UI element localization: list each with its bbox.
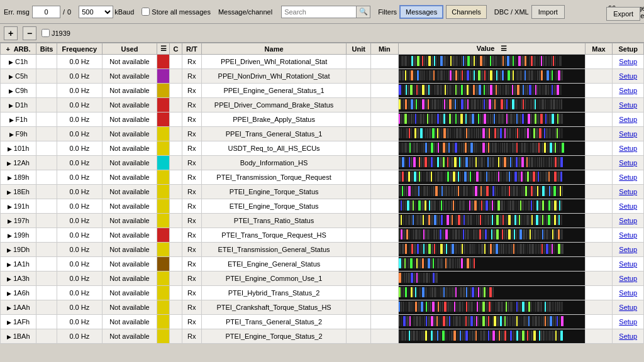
cell-setup[interactable]: Setup bbox=[613, 286, 644, 300]
cell-setup[interactable]: Setup bbox=[613, 156, 644, 170]
cell-setup[interactable]: Setup bbox=[613, 112, 644, 127]
cell-setup[interactable]: Setup bbox=[613, 315, 644, 329]
svg-rect-388 bbox=[502, 128, 504, 138]
cell-setup[interactable]: Setup bbox=[613, 243, 644, 257]
search-button[interactable]: 🔍 bbox=[357, 6, 370, 18]
setup-link[interactable]: Setup bbox=[619, 260, 637, 268]
col-header-value[interactable]: Value ☰ bbox=[398, 43, 585, 55]
expand-arrow[interactable]: ▶ bbox=[9, 102, 13, 109]
cell-setup[interactable]: Setup bbox=[613, 69, 644, 84]
setup-link[interactable]: Setup bbox=[619, 275, 637, 282]
expand-arrow[interactable]: ▶ bbox=[9, 131, 14, 138]
expand-arrow[interactable]: ▶ bbox=[9, 88, 13, 94]
setup-link[interactable]: Setup bbox=[619, 304, 637, 311]
expand-arrow[interactable]: ▶ bbox=[9, 117, 14, 123]
svg-rect-589 bbox=[488, 172, 490, 182]
setup-link[interactable]: Setup bbox=[619, 231, 637, 239]
svg-rect-545 bbox=[548, 157, 550, 167]
expand-arrow[interactable]: ▶ bbox=[7, 189, 11, 195]
cell-setup[interactable]: Setup bbox=[613, 257, 644, 272]
setup-link[interactable]: Setup bbox=[619, 72, 637, 80]
col-header-frequency[interactable]: Frequency bbox=[57, 43, 102, 55]
svg-rect-27 bbox=[463, 56, 464, 66]
setup-link[interactable]: Setup bbox=[619, 332, 637, 340]
cell-setup[interactable]: Setup bbox=[613, 170, 644, 185]
expand-arrow[interactable]: ▶ bbox=[7, 276, 11, 282]
svg-rect-1196 bbox=[454, 302, 455, 312]
kbaud-select[interactable]: 500 250 125 bbox=[79, 6, 113, 18]
cell-setup[interactable]: Setup bbox=[613, 141, 644, 156]
svg-rect-484 bbox=[402, 157, 404, 167]
j1939-label[interactable]: J1939 bbox=[42, 29, 70, 37]
setup-link[interactable]: Setup bbox=[619, 217, 637, 224]
setup-link[interactable]: Setup bbox=[619, 173, 637, 181]
expand-arrow[interactable]: ▶ bbox=[8, 204, 12, 210]
j1939-checkbox[interactable] bbox=[42, 29, 50, 37]
table-row: ▶ 199h 0.0 Hz Not available Rx PTEI_Tran… bbox=[1, 228, 644, 243]
expand-arrow[interactable]: ▶ bbox=[7, 305, 11, 311]
cell-setup[interactable]: Setup bbox=[613, 228, 644, 243]
svg-rect-1111 bbox=[417, 287, 418, 297]
setup-link[interactable]: Setup bbox=[619, 318, 637, 326]
col-header-add[interactable]: + ARB. bbox=[1, 43, 36, 55]
setup-link[interactable]: Setup bbox=[619, 116, 637, 123]
svg-rect-1338 bbox=[464, 331, 465, 341]
cell-min bbox=[370, 98, 398, 112]
setup-link[interactable]: Setup bbox=[619, 101, 637, 109]
store-all-label[interactable]: Store all messages bbox=[142, 8, 211, 16]
col-header-bits[interactable]: Bits bbox=[36, 43, 57, 55]
cell-setup[interactable]: Setup bbox=[613, 199, 644, 214]
cell-setup[interactable]: Setup bbox=[613, 98, 644, 112]
col-header-max[interactable]: Max bbox=[585, 43, 613, 55]
cell-setup[interactable]: Setup bbox=[613, 300, 644, 315]
col-header-rt[interactable]: R/T bbox=[182, 43, 201, 55]
expand-arrow[interactable]: ▶ bbox=[7, 261, 11, 268]
expand-arrow[interactable]: ▶ bbox=[7, 319, 11, 326]
export-btn[interactable]: Export bbox=[606, 7, 640, 21]
store-all-checkbox[interactable] bbox=[142, 8, 150, 16]
setup-link[interactable]: Setup bbox=[619, 202, 637, 210]
remove-row-btn[interactable]: − bbox=[23, 26, 36, 40]
setup-link[interactable]: Setup bbox=[619, 130, 637, 138]
cell-used: Not available bbox=[102, 199, 157, 214]
col-header-c[interactable]: C bbox=[170, 43, 182, 55]
search-input[interactable] bbox=[281, 6, 357, 18]
col-header-setup[interactable]: Setup bbox=[613, 43, 644, 55]
setup-link[interactable]: Setup bbox=[619, 246, 637, 253]
cell-setup[interactable]: Setup bbox=[613, 127, 644, 141]
setup-link[interactable]: Setup bbox=[619, 145, 637, 152]
add-row-btn[interactable]: + bbox=[4, 26, 18, 40]
expand-arrow[interactable]: ▶ bbox=[7, 334, 11, 340]
svg-rect-261 bbox=[533, 99, 534, 109]
cell-bits bbox=[36, 55, 57, 69]
col-header-name[interactable]: Name bbox=[201, 43, 347, 55]
cell-setup[interactable]: Setup bbox=[613, 185, 644, 199]
cell-setup[interactable]: Setup bbox=[613, 272, 644, 286]
import-btn[interactable]: Import bbox=[531, 5, 565, 19]
cell-setup[interactable]: Setup bbox=[613, 214, 644, 228]
setup-link[interactable]: Setup bbox=[619, 188, 637, 195]
col-header-used[interactable]: Used bbox=[102, 43, 157, 55]
col-header-min[interactable]: Min bbox=[370, 43, 398, 55]
channels-filter-btn[interactable]: Channels bbox=[446, 5, 486, 19]
expand-arrow[interactable]: ▶ bbox=[9, 59, 13, 65]
expand-arrow[interactable]: ▶ bbox=[9, 74, 13, 80]
cell-setup[interactable]: Setup bbox=[613, 55, 644, 69]
setup-link[interactable]: Setup bbox=[619, 159, 637, 167]
expand-arrow[interactable]: ▶ bbox=[8, 233, 12, 239]
setup-link[interactable]: Setup bbox=[619, 87, 637, 94]
cell-setup[interactable]: Setup bbox=[613, 84, 644, 98]
expand-arrow[interactable]: ▶ bbox=[7, 290, 11, 297]
err-count-input[interactable] bbox=[32, 6, 60, 18]
col-header-unit[interactable]: Unit bbox=[347, 43, 370, 55]
expand-arrow[interactable]: ▶ bbox=[7, 247, 11, 253]
expand-arrow[interactable]: ▶ bbox=[7, 160, 11, 167]
svg-rect-546 bbox=[551, 157, 552, 167]
setup-link[interactable]: Setup bbox=[619, 289, 637, 297]
setup-link[interactable]: Setup bbox=[619, 58, 637, 65]
expand-arrow[interactable]: ▶ bbox=[8, 218, 12, 224]
messages-filter-btn[interactable]: Messages bbox=[399, 5, 443, 19]
expand-arrow[interactable]: ▶ bbox=[8, 146, 12, 152]
cell-setup[interactable]: Setup bbox=[613, 329, 644, 344]
expand-arrow[interactable]: ▶ bbox=[8, 175, 12, 181]
